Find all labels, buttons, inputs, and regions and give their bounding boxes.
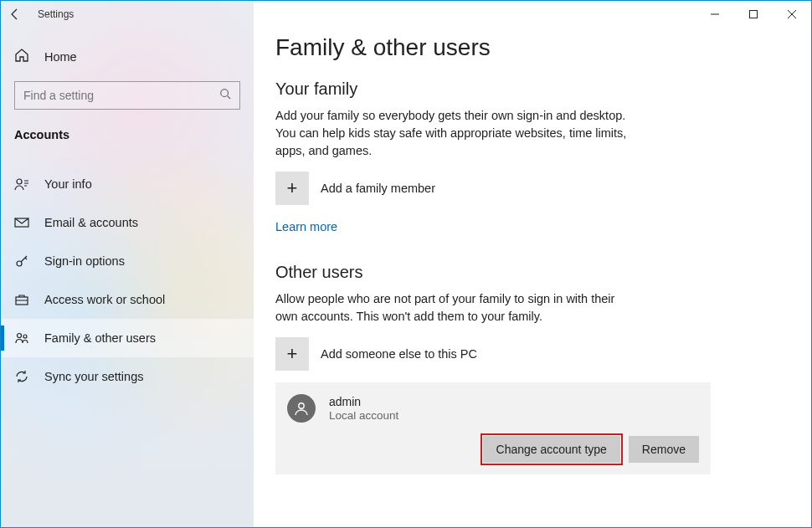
plus-icon: + (275, 172, 309, 205)
plus-icon: + (275, 337, 309, 371)
user-card[interactable]: admin Local account Change account type … (275, 382, 711, 474)
sidebar-home[interactable]: Home (1, 41, 254, 76)
sidebar-item-label: Access work or school (44, 293, 165, 306)
sidebar-item-family-other-users[interactable]: Family & other users (1, 319, 254, 357)
page-title: Family & other users (275, 34, 789, 61)
home-icon (14, 48, 29, 66)
sidebar: Home Accounts Your info (1, 1, 254, 527)
sidebar-item-signin-options[interactable]: Sign-in options (1, 242, 254, 280)
svg-point-2 (17, 179, 22, 184)
sidebar-category-label: Accounts (1, 121, 254, 150)
avatar (287, 394, 316, 423)
sidebar-item-email-accounts[interactable]: Email & accounts (1, 203, 254, 242)
search-input[interactable] (23, 89, 200, 102)
learn-more-link[interactable]: Learn more (275, 220, 337, 233)
window-title: Settings (38, 8, 74, 20)
user-name: admin (329, 395, 398, 409)
minimize-button[interactable] (696, 2, 734, 27)
main-content: Family & other users Your family Add you… (254, 1, 811, 527)
family-description: Add your family so everybody gets their … (275, 107, 635, 160)
sync-icon (14, 369, 29, 384)
sidebar-item-your-info[interactable]: Your info (1, 165, 254, 203)
sidebar-item-label: Sync your settings (44, 370, 143, 383)
briefcase-icon (14, 292, 29, 307)
add-other-label: Add someone else to this PC (321, 347, 477, 361)
add-family-label: Add a family member (321, 182, 435, 195)
svg-point-1 (221, 90, 229, 97)
search-input-container[interactable] (14, 81, 240, 110)
window-controls (696, 2, 811, 27)
change-account-type-button[interactable]: Change account type (483, 436, 620, 463)
user-subtitle: Local account (329, 409, 398, 422)
search-icon (219, 88, 231, 103)
other-users-heading: Other users (275, 263, 789, 282)
sidebar-item-access-work-school[interactable]: Access work or school (1, 280, 254, 319)
other-users-description: Allow people who are not part of your fa… (275, 290, 635, 326)
sidebar-item-label: Sign-in options (44, 254, 125, 268)
sidebar-item-label: Family & other users (44, 331, 156, 345)
key-icon (14, 254, 29, 269)
sidebar-item-sync-settings[interactable]: Sync your settings (1, 357, 254, 396)
add-other-user-button[interactable]: + Add someone else to this PC (275, 337, 789, 371)
family-heading: Your family (275, 79, 789, 99)
maximize-button[interactable] (734, 2, 773, 27)
add-family-member-button[interactable]: + Add a family member (275, 172, 789, 205)
svg-point-6 (18, 334, 22, 338)
mail-icon (14, 215, 29, 230)
close-button[interactable] (773, 2, 811, 27)
titlebar: Settings (1, 1, 811, 28)
sidebar-nav: Your info Email & accounts Sign-in optio… (1, 165, 254, 396)
svg-point-8 (299, 403, 304, 408)
sidebar-home-label: Home (44, 50, 77, 64)
sidebar-item-label: Your info (44, 177, 92, 191)
people-icon (14, 331, 29, 346)
remove-user-button[interactable]: Remove (629, 436, 699, 463)
user-info-icon (14, 177, 29, 192)
svg-point-7 (23, 335, 27, 338)
back-button[interactable] (8, 7, 23, 22)
sidebar-item-label: Email & accounts (44, 216, 138, 229)
svg-rect-0 (750, 11, 758, 18)
